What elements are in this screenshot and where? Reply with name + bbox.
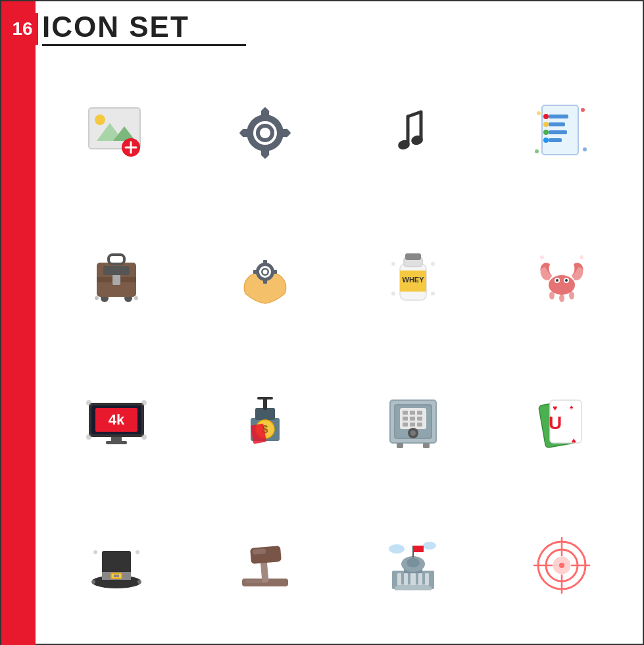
svg-rect-73	[111, 436, 122, 442]
svg-point-138	[407, 558, 420, 567]
add-image-icon	[80, 97, 153, 169]
svg-text:4k: 4k	[109, 411, 125, 428]
svg-text:♥: ♥	[572, 436, 576, 446]
icon-cell-capitol	[339, 493, 488, 637]
svg-point-79	[86, 400, 91, 405]
svg-rect-51	[272, 270, 277, 274]
svg-point-53	[262, 269, 267, 274]
hammer-icon	[229, 529, 301, 602]
svg-text:WHEY: WHEY	[403, 276, 425, 284]
svg-rect-100	[410, 423, 415, 426]
svg-point-118	[137, 580, 141, 584]
icons-grid: WHEY	[42, 61, 636, 637]
svg-point-126	[389, 544, 405, 554]
svg-rect-50	[253, 270, 258, 274]
svg-rect-123	[250, 546, 282, 564]
svg-point-81	[86, 434, 91, 440]
svg-point-3	[95, 115, 105, 125]
svg-rect-99	[403, 423, 408, 426]
svg-rect-56	[405, 253, 421, 260]
svg-point-30	[543, 122, 549, 127]
icon-cell-list-document	[487, 61, 636, 205]
svg-point-45	[134, 296, 138, 300]
svg-rect-96	[403, 417, 408, 421]
svg-rect-85	[263, 398, 267, 410]
svg-point-36	[535, 149, 539, 153]
target-icon	[526, 529, 598, 602]
svg-rect-49	[263, 279, 267, 284]
svg-point-32	[543, 138, 549, 143]
crab-claws-icon	[526, 241, 598, 313]
icon-cell-luggage	[42, 205, 191, 349]
svg-rect-132	[404, 573, 408, 585]
whey-protein-icon: WHEY	[377, 241, 449, 313]
svg-rect-133	[410, 573, 416, 585]
settings-care-icon	[229, 241, 301, 313]
svg-point-120	[136, 550, 139, 554]
page: 16 Icon Set	[0, 0, 644, 645]
svg-rect-105	[423, 443, 430, 448]
svg-point-34	[581, 108, 585, 112]
icon-cell-playing-cards: ♥ U ♥ ♠	[487, 349, 636, 493]
svg-point-31	[543, 130, 549, 135]
playing-cards-icon: ♥ U ♥ ♠	[526, 385, 598, 457]
svg-point-61	[391, 292, 395, 296]
svg-rect-93	[403, 411, 408, 415]
pilgrim-hat-icon	[80, 529, 153, 602]
number-badge: 16	[7, 13, 38, 45]
svg-point-70	[569, 292, 574, 299]
settings-gear-icon	[229, 97, 301, 169]
svg-point-80	[141, 400, 147, 405]
svg-point-18	[260, 128, 270, 138]
icon-cell-pilgrim-hat	[42, 493, 191, 637]
icon-cell-target	[487, 493, 636, 637]
svg-rect-24	[542, 105, 578, 155]
svg-rect-94	[410, 411, 415, 415]
svg-point-29	[543, 114, 549, 119]
svg-point-72	[580, 255, 583, 259]
4k-tv-icon: 4k	[80, 385, 153, 457]
icon-cell-settings-gear	[191, 61, 339, 205]
svg-point-82	[141, 434, 147, 440]
svg-point-117	[91, 580, 95, 584]
list-document-icon	[526, 97, 598, 169]
svg-rect-131	[397, 573, 401, 585]
svg-point-127	[423, 542, 436, 550]
svg-point-69	[559, 294, 564, 302]
music-note-icon	[377, 97, 449, 169]
svg-rect-101	[417, 423, 422, 426]
red-bar	[1, 1, 36, 645]
svg-point-33	[537, 111, 541, 115]
svg-rect-135	[425, 573, 429, 585]
luggage-icon	[80, 241, 153, 313]
svg-rect-74	[106, 441, 127, 444]
svg-rect-125	[245, 580, 265, 583]
svg-point-35	[583, 147, 587, 151]
svg-line-21	[408, 112, 421, 116]
svg-rect-25	[549, 115, 568, 118]
header-number: 16	[12, 18, 32, 39]
svg-point-59	[391, 262, 395, 266]
icon-cell-music	[339, 61, 488, 205]
svg-point-119	[93, 550, 97, 554]
svg-point-103	[410, 430, 416, 436]
svg-rect-43	[103, 266, 130, 275]
icon-cell-4k-tv: 4k	[42, 349, 191, 493]
svg-rect-27	[549, 130, 567, 134]
icon-cell-settings-care	[191, 205, 339, 349]
svg-point-60	[431, 262, 435, 266]
svg-point-44	[95, 296, 99, 300]
svg-point-144	[559, 563, 564, 568]
svg-rect-104	[397, 443, 403, 448]
title-underline	[42, 44, 246, 46]
dollar-press-icon: $	[229, 385, 301, 457]
svg-text:♠: ♠	[570, 403, 574, 411]
capitol-icon	[377, 529, 449, 602]
title-area: Icon Set	[42, 11, 189, 43]
svg-rect-95	[417, 411, 422, 415]
svg-text:U: U	[549, 413, 562, 433]
icon-cell-safe-box	[339, 349, 488, 493]
icon-cell-dollar-press: $	[191, 349, 339, 493]
safe-box-icon	[377, 385, 449, 457]
svg-text:♥: ♥	[553, 403, 557, 413]
